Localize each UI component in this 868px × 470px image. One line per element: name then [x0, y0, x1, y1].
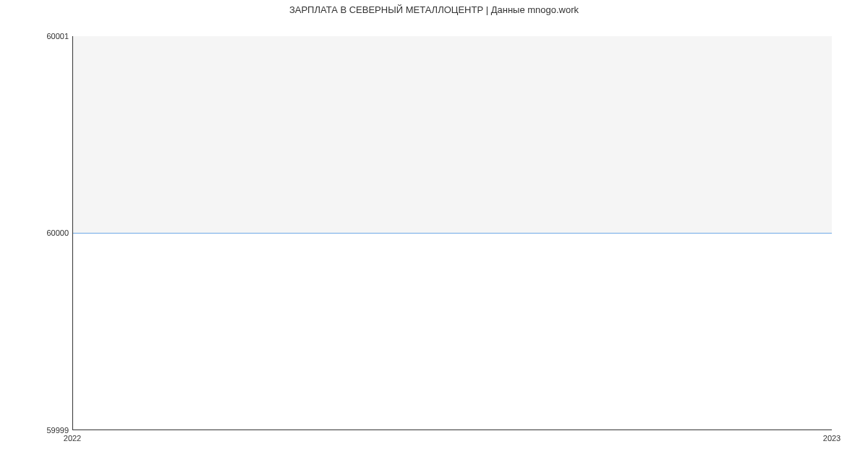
- y-tick-label: 59999: [25, 426, 69, 435]
- x-tick-label: 2022: [64, 434, 81, 443]
- chart-container: ЗАРПЛАТА В СЕВЕРНЫЙ МЕТАЛЛОЦЕНТР | Данны…: [0, 0, 868, 470]
- x-tick-label: 2023: [823, 434, 841, 443]
- plot-lower-mask: [73, 233, 832, 430]
- y-tick-label: 60001: [25, 32, 69, 40]
- data-line: [73, 233, 832, 234]
- chart-title: ЗАРПЛАТА В СЕВЕРНЫЙ МЕТАЛЛОЦЕНТР | Данны…: [0, 4, 868, 15]
- plot-area: [72, 36, 832, 430]
- y-tick-label: 60000: [25, 228, 69, 237]
